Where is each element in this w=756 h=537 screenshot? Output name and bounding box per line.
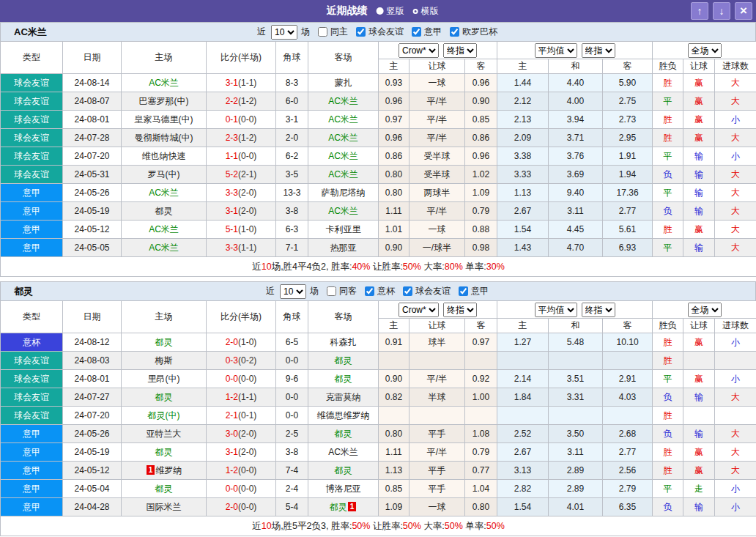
team-cell: 曼彻斯特城(中) — [122, 129, 207, 147]
recent-count-select[interactable]: 10 — [280, 284, 306, 299]
column-subheader: 和 — [549, 59, 603, 74]
handicap-home-odds: 0.80 — [379, 184, 410, 202]
avg-away-odds: 2.68 — [603, 425, 653, 443]
score-cell: 3-1(2-0) — [207, 443, 276, 462]
league-filter-checkbox[interactable] — [450, 27, 459, 37]
score-cell: 2-1(0-1) — [207, 407, 276, 425]
halftime-score: (2-0) — [238, 429, 256, 439]
avg-away-odds: 10.10 — [603, 333, 653, 352]
column-subheader: 主 — [497, 59, 549, 74]
match-row: 球会友谊24-07-20维也纳快速1-1(0-0)6-2AC米兰0.86受半球0… — [1, 147, 756, 166]
match-type-badge: 球会友谊 — [1, 147, 63, 166]
score-cell: 3-3(1-1) — [207, 239, 276, 257]
match-type-badge: 意甲 — [1, 239, 63, 257]
column-header: 类型 — [1, 301, 63, 333]
match-date: 24-05-31 — [63, 166, 122, 184]
odds-source-select[interactable]: 全场 — [688, 43, 722, 58]
column-subheader: 客 — [465, 319, 497, 333]
result-wdl: 平 — [653, 370, 683, 388]
avg-home-odds — [497, 407, 549, 425]
team-name: 亚特兰大 — [147, 429, 182, 439]
halftime-score: (0-2) — [238, 355, 256, 366]
handicap-home-odds — [379, 352, 410, 370]
match-type-badge: 球会友谊 — [1, 370, 63, 388]
odds-source-select[interactable]: Crow* — [399, 43, 439, 58]
odds-source-select[interactable]: 平均值 — [535, 43, 577, 58]
match-row: 球会友谊24-07-27都灵1-2(1-1)0-0克雷莫纳0.82半球1.001… — [1, 388, 756, 407]
column-header: 类型 — [1, 42, 63, 74]
halftime-score: (0-0) — [238, 151, 256, 161]
match-date: 24-08-12 — [63, 333, 122, 352]
column-header: 客场 — [308, 42, 379, 74]
corner-count: 6-3 — [276, 221, 308, 239]
same-venue-checkbox[interactable] — [318, 27, 327, 37]
odds-group-header: 全场 — [653, 301, 756, 319]
down-arrow-icon: ↓ — [719, 5, 724, 17]
layout-radio-vertical[interactable]: 竖版 — [377, 5, 404, 18]
avg-draw-odds — [549, 407, 603, 425]
handicap-line: 平/半 — [410, 92, 465, 111]
league-filter-checkbox[interactable] — [412, 27, 421, 37]
league-filter-checkbox[interactable] — [365, 286, 374, 296]
team-name: 都灵 — [335, 355, 352, 366]
move-down-button[interactable]: ↓ — [713, 2, 730, 20]
avg-draw-odds — [549, 352, 603, 370]
score-cell: 3-1(2-0) — [207, 202, 276, 221]
corner-count: 6-2 — [276, 147, 308, 166]
halftime-score: (1-1) — [238, 78, 256, 88]
team-name: 都灵 — [335, 374, 352, 384]
fulltime-score: 5-1 — [226, 224, 238, 234]
recent-count-select[interactable]: 10 — [271, 25, 297, 40]
league-filter-checkbox[interactable] — [459, 286, 468, 296]
result-wdl: 胜 — [653, 111, 683, 129]
match-type-badge: 球会友谊 — [1, 111, 63, 129]
summary-label: 近 — [252, 521, 262, 531]
odds-group-header: Crow*终指 — [379, 42, 497, 59]
result-handicap: 赢 — [683, 221, 715, 239]
move-up-button[interactable]: ↑ — [691, 2, 708, 20]
corner-count: 5-4 — [276, 498, 308, 516]
team-cell: AC米兰 — [308, 202, 379, 221]
team-cell: 维也纳快速 — [122, 147, 207, 166]
corner-count: 13-3 — [276, 184, 308, 202]
summary-value: 10 — [262, 521, 272, 531]
same-venue-checkbox[interactable] — [327, 286, 336, 296]
handicap-home-odds — [379, 407, 410, 425]
avg-away-odds: 5.90 — [603, 74, 653, 92]
close-button[interactable]: × — [735, 2, 752, 20]
handicap-home-odds: 1.13 — [379, 462, 410, 480]
team-name: 都灵(中) — [148, 410, 180, 421]
league-filter-checkbox[interactable] — [356, 27, 366, 37]
filter-bar: 近10场同主球会友谊意甲欧罗巴杯 — [1, 25, 755, 40]
halftime-score: (0-0) — [238, 114, 256, 125]
odds-source-select[interactable]: 终指 — [582, 43, 615, 58]
result-goals: 大 — [715, 443, 756, 462]
odds-source-select[interactable]: 全场 — [688, 303, 722, 317]
odds-source-select[interactable]: Crow* — [399, 303, 439, 317]
match-date: 24-05-26 — [63, 184, 122, 202]
result-handicap: 输 — [683, 147, 715, 166]
handicap-away-odds: 0.90 — [465, 92, 497, 111]
result-handicap: 输 — [683, 498, 715, 516]
result-goals: 小 — [715, 147, 756, 166]
avg-home-odds: 2.67 — [497, 443, 549, 462]
team-name: AC米兰 — [149, 224, 179, 234]
fulltime-score: 1-2 — [226, 392, 238, 402]
match-row: 球会友谊24-07-28曼彻斯特城(中)2-3(1-2)2-0AC米兰0.96平… — [1, 129, 756, 147]
handicap-away-odds: 0.85 — [465, 111, 497, 129]
handicap-away-odds: 0.80 — [465, 498, 497, 516]
avg-draw-odds: 3.69 — [549, 166, 603, 184]
result-goals: 小 — [715, 480, 756, 498]
odds-source-select[interactable]: 终指 — [443, 43, 477, 58]
fulltime-score: 0-1 — [226, 114, 238, 125]
odds-source-select[interactable]: 平均值 — [535, 303, 577, 317]
column-header: 角球 — [276, 42, 308, 74]
column-subheader: 进球数 — [715, 59, 756, 74]
layout-radio-horizontal[interactable]: 横版 — [413, 5, 439, 18]
league-filter-checkbox[interactable] — [403, 286, 412, 296]
odds-source-select[interactable]: 终指 — [443, 303, 477, 317]
match-row: 球会友谊24-08-14AC米兰3-1(1-1)8-3蒙扎0.93一球0.961… — [1, 74, 756, 92]
odds-source-select[interactable]: 终指 — [582, 303, 615, 317]
titlebar-center: 近期战绩 竖版 横版 — [327, 0, 439, 22]
odds-group-header: 平均值终指 — [497, 42, 653, 59]
